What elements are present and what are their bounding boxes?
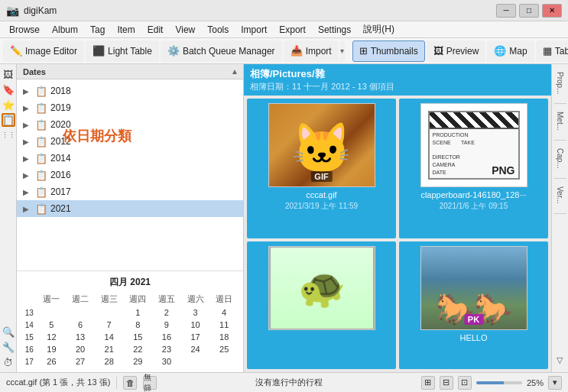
zoom-dropdown-button[interactable]: ▾ [548, 376, 562, 390]
clock-icon-btn[interactable]: ⏱ [2, 355, 15, 369]
status-progress: 沒有進行中的行程 [163, 377, 415, 388]
metadata-button[interactable]: Met... [553, 107, 567, 135]
tree-item-2017[interactable]: ▶ 📋 2017 [17, 183, 243, 200]
calendar-day[interactable]: 20 [66, 343, 95, 355]
light-table-button[interactable]: ⬛ Light Table [86, 40, 159, 62]
calendar-day[interactable]: 8 [123, 319, 152, 331]
zoom-out-button[interactable]: ⊟ [440, 376, 453, 390]
preview-button[interactable]: 🖼 Preview [427, 40, 486, 62]
menu-view[interactable]: View [169, 23, 201, 37]
calendar-day[interactable]: 7 [95, 319, 124, 331]
calendar-day[interactable]: 25 [209, 343, 239, 355]
thumbnails-button[interactable]: ⊞ Thumbnails [352, 40, 425, 62]
calendar-day[interactable]: 10 [181, 319, 210, 331]
calendar-day[interactable]: 3 [181, 306, 210, 319]
calendar-day[interactable]: 19 [37, 343, 67, 355]
expand-button[interactable]: ▽ [553, 353, 567, 368]
menu-tag[interactable]: Tag [84, 23, 111, 37]
filter-button[interactable]: 無篩 [143, 376, 157, 390]
calendar-day[interactable]: 22 [123, 343, 152, 355]
cal-header-mon: 週一 [37, 292, 67, 306]
zoom-in-button[interactable]: ⊡ [458, 376, 472, 390]
menu-browse[interactable]: Browse [3, 23, 46, 37]
thumbnail-cccat[interactable]: 🐱 GIF cccat.gif 2021/3/19 上午 11:59 [247, 99, 396, 238]
calendar-day[interactable]: 4 [209, 306, 239, 319]
calendar-day[interactable]: 14 [95, 331, 124, 343]
maximize-button[interactable]: □ [519, 4, 539, 18]
menu-album[interactable]: Album [46, 23, 84, 37]
tree-item-2020[interactable]: ▶ 📋 2020 [17, 116, 243, 133]
calendar-day[interactable]: 27 [66, 355, 95, 368]
menu-tools[interactable]: Tools [201, 23, 235, 37]
thumbnail-clapperboard[interactable]: PRODUCTIONSCENE TAKEDIRECTORCAMERADATE P… [399, 99, 548, 238]
table-button[interactable]: ▦ Table [536, 40, 568, 62]
menu-edit[interactable]: Edit [141, 23, 170, 37]
favorites-icon-btn[interactable]: ⭐ [2, 98, 15, 112]
tree-item-2019[interactable]: ▶ 📋 2019 [17, 99, 243, 116]
versions-button[interactable]: Ver... [553, 182, 567, 209]
map-button[interactable]: 🌐 Map [487, 40, 534, 62]
calendar-grid: 週一 週二 週三 週四 週五 週六 週日 1312341456789101115… [21, 292, 239, 368]
tree-item-2012[interactable]: ▶ 📋 2012 [17, 133, 243, 150]
import-icon: 📥 [290, 45, 303, 57]
tree-item-2014[interactable]: ▶ 📋 2014 [17, 150, 243, 167]
right-divider-3 [554, 178, 566, 179]
browse-icon-btn[interactable]: 🖼 [2, 67, 15, 81]
batch-queue-button[interactable]: ⚙️ Batch Queue Manager [161, 40, 282, 62]
cal-header-tue: 週二 [66, 292, 95, 306]
calendar-icon-btn[interactable]: 📋 [2, 113, 15, 127]
calendar-day[interactable]: 24 [181, 343, 210, 355]
tree-item-2021[interactable]: ▶ 📋 2021 [17, 200, 243, 217]
calendar-day[interactable]: 15 [123, 331, 152, 343]
menu-settings[interactable]: Settings [312, 23, 357, 37]
chevron-icon: ▶ [23, 121, 32, 129]
calendar-day[interactable]: 26 [37, 355, 67, 368]
settings-icon-btn[interactable]: 🔧 [2, 340, 15, 354]
calendar-day[interactable]: 12 [37, 331, 67, 343]
calendar-day[interactable]: 11 [209, 319, 239, 331]
thumbnail-horses[interactable]: 🐎🐎 PK HELLO [399, 241, 548, 369]
cal-header-sun: 週日 [209, 292, 239, 306]
properties-button[interactable]: Prop... [553, 67, 567, 99]
import-button[interactable]: 📥 Import [284, 40, 339, 62]
tree-item-2018[interactable]: ▶ 📋 2018 [17, 83, 243, 99]
calendar-day[interactable]: 18 [209, 331, 239, 343]
trash-button[interactable]: 🗑 [123, 376, 137, 390]
menu-export[interactable]: Export [273, 23, 312, 37]
chevron-icon: ▶ [23, 154, 32, 163]
tree-item-2016[interactable]: ▶ 📋 2016 [17, 167, 243, 183]
zoom-slider[interactable] [476, 381, 522, 384]
calendar-day[interactable]: 5 [37, 319, 67, 331]
menu-help[interactable]: 說明(H) [357, 21, 401, 37]
menu-import[interactable]: Import [235, 23, 273, 37]
calendar-day[interactable]: 9 [152, 319, 181, 331]
calendar-day[interactable]: 1 [123, 306, 152, 319]
calendar-day[interactable]: 13 [66, 331, 95, 343]
calendar-day[interactable]: 30 [152, 355, 181, 368]
menu-item[interactable]: Item [111, 23, 141, 37]
image-editor-button[interactable]: ✏️ Image Editor [3, 40, 84, 62]
import-dropdown-arrow[interactable]: ▾ [340, 40, 345, 62]
search-icon-btn[interactable]: 🔍 [2, 325, 15, 339]
tags-icon-btn[interactable]: 🔖 [2, 83, 15, 96]
titlebar: 📷 digiKam ─ □ ✕ [0, 0, 568, 21]
calendar-day[interactable]: 16 [152, 331, 181, 343]
calendar-day[interactable]: 28 [95, 355, 124, 368]
calendar-day[interactable]: 23 [152, 343, 181, 355]
calendar-day [95, 306, 124, 319]
calendar-day[interactable]: 29 [123, 355, 152, 368]
thumbnail-green[interactable]: 🐢 [247, 241, 396, 369]
minimize-button[interactable]: ─ [496, 4, 516, 18]
calendar-day[interactable]: 2 [152, 306, 181, 319]
calendar-day[interactable]: 6 [66, 319, 95, 331]
close-button[interactable]: ✕ [542, 4, 562, 18]
zoom-fit-button[interactable]: ⊞ [421, 376, 435, 390]
more-icon-btn[interactable]: ⋮⋮ [2, 128, 15, 142]
thumb-date-cccat: 2021/3/19 上午 11:59 [285, 201, 358, 212]
calendar-tree-icon: 📋 [35, 136, 47, 147]
calendar-day[interactable]: 17 [181, 331, 210, 343]
panel-collapse-button[interactable]: ▲ [229, 66, 240, 76]
captions-button[interactable]: Cap... [553, 144, 567, 173]
album-subtitle: 相簿日期：11 十一月 2012 - 13 個項目 [250, 81, 545, 92]
calendar-day[interactable]: 21 [95, 343, 124, 355]
